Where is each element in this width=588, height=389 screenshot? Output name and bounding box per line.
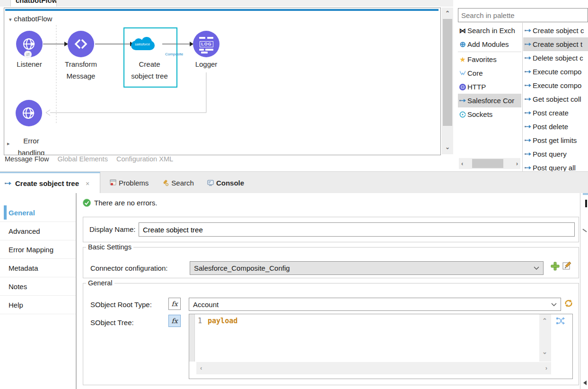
basic-settings-group: Basic Settings Connector configuration: …	[83, 247, 579, 278]
tree-fx-button[interactable]: fx	[168, 315, 181, 327]
search-input[interactable]	[458, 9, 588, 22]
palette-operations-list: Create sobject cCreate sobject tDelete s…	[523, 24, 588, 171]
node-error-handling-source[interactable]	[16, 100, 42, 126]
node-logger[interactable]: LOG	[193, 31, 219, 57]
palette-operation-item[interactable]: Create sobject c	[523, 24, 588, 37]
sidebar-item-notes[interactable]: Notes	[0, 277, 76, 296]
canvas-vertical-scrollbar[interactable]: ⌃ ⌄	[442, 8, 453, 154]
scrollbar-thumb[interactable]	[472, 159, 503, 168]
tab-console[interactable]: Console	[207, 179, 244, 187]
palette-item-favorites[interactable]: ★ Favorites	[458, 53, 521, 66]
add-modules-icon: ⊕	[458, 40, 467, 49]
general-group: General SObject Root Type: fx Account SO…	[83, 283, 579, 385]
flow-canvas[interactable]: ▾chatbotFlow ⇄ salesforce Composite	[4, 8, 441, 155]
scroll-down-icon[interactable]: ⌄	[442, 144, 453, 150]
tab-configuration-xml[interactable]: Configuration XML	[116, 155, 173, 163]
scroll-left-icon[interactable]: ‹	[461, 160, 463, 167]
basic-settings-legend: Basic Settings	[86, 243, 133, 251]
editor-horizontal-scrollbar[interactable]: ‹ ›	[196, 362, 551, 374]
add-config-button[interactable]	[551, 262, 560, 271]
sidebar-item-metadata[interactable]: Metadata	[0, 259, 76, 277]
error-handling-expand-triangle[interactable]: ▸	[7, 141, 10, 147]
node-listener[interactable]: ⇄	[16, 31, 43, 57]
sobject-tree-editor[interactable]: 1payload ⌃ ⌄ ‹ ›	[189, 314, 573, 379]
node-label-create-sobject-tree: Createsobject tree	[128, 58, 171, 82]
palette-horizontal-scrollbar[interactable]: ‹ ›	[459, 158, 520, 169]
palette-operation-item[interactable]: Post get limits	[523, 133, 588, 147]
tab-create-sobject-tree[interactable]: Create sobject tree ×	[0, 172, 100, 194]
sidebar-item-advanced[interactable]: Advanced	[0, 222, 76, 240]
palette-operation-item[interactable]: Post query all	[523, 161, 588, 171]
operation-arrow-icon	[523, 138, 533, 142]
operation-arrow-icon	[523, 124, 533, 129]
display-name-input[interactable]	[139, 222, 575, 237]
connector-config-combo[interactable]: Salesforce_Composite_Config	[190, 261, 544, 275]
palette-operation-item[interactable]: Get sobject coll	[523, 92, 588, 106]
canvas-view-tabs: Message Flow Global Elements Configurati…	[5, 155, 180, 163]
scroll-down-icon[interactable]: ⌄	[542, 348, 547, 355]
palette-operation-item[interactable]: Delete sobject c	[523, 51, 588, 65]
editor-vertical-scrollbar[interactable]: ⌃ ⌄	[539, 314, 551, 362]
operation-arrow-icon	[523, 152, 533, 156]
editor-line: 1payload	[198, 317, 237, 325]
edit-config-button[interactable]	[562, 261, 572, 271]
collapsed-right-panel[interactable]	[580, 193, 588, 389]
flow-editor-tab[interactable]: chatbotFlow ×	[10, 0, 57, 7]
tab-global-elements[interactable]: Global Elements	[58, 155, 108, 163]
palette-item-sockets[interactable]: Sockets	[458, 107, 521, 121]
tab-message-flow[interactable]: Message Flow	[5, 155, 49, 163]
sidebar-item-error-mapping[interactable]: Error Mapping	[0, 240, 76, 259]
salesforce-wordmark: salesforce	[135, 43, 150, 46]
node-label-transform: TransformMessage	[62, 58, 100, 82]
scroll-right-icon[interactable]: ›	[516, 160, 518, 167]
palette-item-http[interactable]: HTTP	[458, 80, 521, 94]
node-transform-message[interactable]	[68, 31, 94, 57]
globe-icon	[21, 106, 36, 121]
sobject-root-type-label: SObject Root Type:	[90, 301, 152, 309]
palette-operation-item[interactable]: Create sobject t	[523, 37, 588, 51]
sidebar-item-help[interactable]: Help	[0, 296, 76, 314]
divider	[522, 23, 523, 171]
operation-arrow-icon	[5, 181, 12, 186]
sobject-root-type-combo[interactable]: Account	[189, 298, 561, 311]
success-check-icon	[83, 199, 91, 207]
close-icon[interactable]: ×	[50, 0, 53, 5]
star-icon: ★	[458, 55, 467, 64]
chevron-down-icon[interactable]	[551, 303, 557, 306]
palette-item-add-modules[interactable]: ⊕ Add Modules	[458, 37, 521, 51]
flow-title: ▾chatbotFlow	[9, 15, 52, 23]
sidebar-item-general[interactable]: General	[0, 203, 76, 222]
console-icon	[207, 180, 214, 186]
scrollbar-thumb[interactable]	[443, 19, 452, 126]
palette-operation-item[interactable]: Post delete	[523, 120, 588, 133]
scroll-right-icon[interactable]: ›	[545, 364, 547, 371]
problems-icon	[110, 179, 116, 186]
operation-arrow-icon	[523, 97, 533, 101]
palette-item-salesforce-composite[interactable]: Salesforce Cor	[458, 94, 521, 107]
dataweave-mapping-icon[interactable]	[556, 317, 565, 325]
scroll-up-icon[interactable]: ⌃	[442, 10, 453, 17]
palette-item-search-in-exchange[interactable]: ⋈ Search in Exch	[458, 24, 521, 37]
operation-arrow-icon	[523, 111, 533, 115]
collapsed-panel-topbar	[583, 193, 588, 195]
tab-search[interactable]: Search	[162, 179, 194, 187]
tab-problems[interactable]: Problems	[110, 179, 149, 187]
collapse-left-triangle-icon[interactable]	[583, 380, 587, 385]
palette-operation-item[interactable]: Execute compo	[523, 79, 588, 92]
operation-arrow-icon	[523, 70, 533, 74]
palette-operation-item[interactable]: Post query	[523, 147, 588, 161]
refresh-metadata-button[interactable]	[564, 299, 573, 308]
root-type-fx-button[interactable]: fx	[168, 298, 181, 310]
dataweave-icon	[73, 36, 88, 52]
close-icon[interactable]: ×	[86, 180, 89, 187]
palette-search-box[interactable]	[458, 8, 588, 22]
palette-item-core[interactable]: Core	[458, 66, 521, 80]
chevron-down-icon[interactable]	[534, 266, 539, 270]
sobject-tree-label: SObject Tree:	[90, 318, 134, 327]
palette-operation-item[interactable]: Execute compo	[523, 65, 588, 79]
collapse-triangle-icon[interactable]: ▾	[9, 17, 12, 22]
globe-icon	[22, 36, 37, 52]
scroll-left-icon[interactable]: ‹	[200, 364, 202, 371]
scroll-up-icon[interactable]: ⌃	[542, 317, 547, 324]
palette-operation-item[interactable]: Post create	[523, 106, 588, 120]
